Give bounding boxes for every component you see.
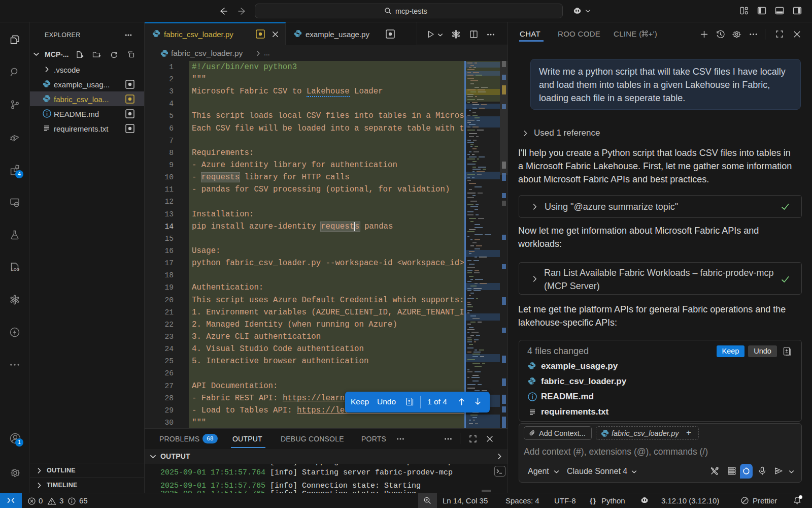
svg-text:LOG: LOG [11,267,19,272]
